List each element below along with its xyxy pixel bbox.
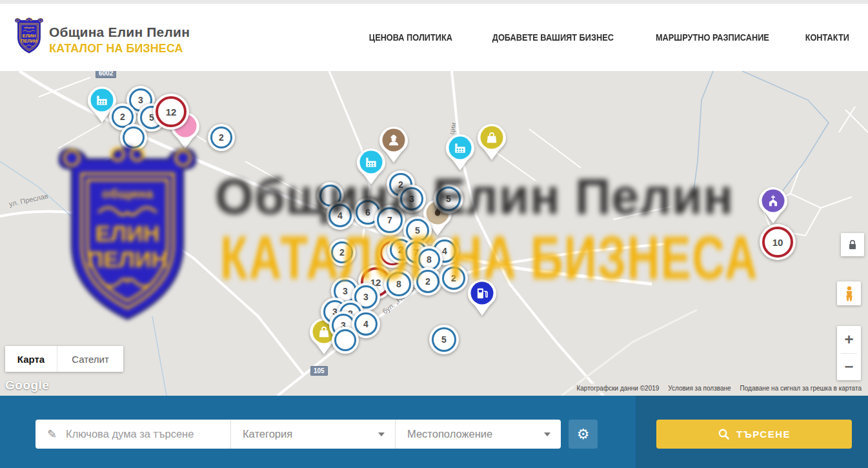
cluster-marker[interactable]: 8 [384, 269, 414, 299]
cluster-count: 2 [339, 247, 345, 258]
cluster-marker[interactable]: 5 [434, 184, 463, 214]
cluster-count: 4 [442, 246, 447, 256]
cluster-marker[interactable]: 2 [328, 239, 356, 266]
cluster-marker[interactable]: 10 [760, 224, 796, 260]
cluster-count: 5 [446, 194, 451, 204]
chevron-down-icon [378, 432, 385, 436]
cluster-count: 3 [409, 194, 414, 204]
keyword-input[interactable] [65, 427, 230, 441]
search-input-group: ✎ Категория Местоположение [35, 420, 561, 449]
location-value: Местоположение [407, 428, 492, 440]
cluster-count: 2 [219, 132, 224, 143]
cluster-marker[interactable]: 2 [414, 267, 442, 296]
main-nav: ЦЕНОВА ПОЛИТИКАДОБАВЕТЕ ВАШИЯТ БИЗНЕСМАР… [363, 4, 853, 71]
worker-icon [387, 133, 401, 147]
nav-item[interactable]: МАРШРУТНО РАЗПИСАНИЕ [656, 32, 769, 43]
nav-item[interactable]: ДОБАВЕТЕ ВАШИЯТ БИЗНЕС [492, 32, 614, 43]
lock-icon [846, 238, 859, 251]
municipality-crest-logo[interactable]: община ЕЛИН ПЕЛИН [14, 17, 44, 54]
factory-icon [95, 93, 109, 107]
church-icon [766, 194, 780, 208]
chevron-down-icon [544, 432, 550, 436]
search-bar: ✎ Категория Местоположение ⚙ ТЪРСЕНЕ [0, 396, 868, 468]
nav-item[interactable]: ЦЕНОВА ПОЛИТИКА [369, 32, 452, 43]
header: община ЕЛИН ПЕЛИН Община Елин Пелин КАТА… [0, 4, 868, 72]
pegman-icon [842, 285, 856, 302]
nav-item[interactable]: КОНТАКТИ [805, 32, 849, 43]
cluster-count: 2 [425, 276, 430, 287]
cluster-marker[interactable]: 12 [153, 94, 189, 130]
pegman-button[interactable] [837, 281, 861, 305]
cluster-count: 3 [138, 95, 143, 105]
cluster-ring [123, 127, 145, 148]
cluster-count: 10 [772, 237, 783, 248]
pin-factory-marker[interactable] [445, 134, 475, 171]
search-button-label: ТЪРСЕНЕ [736, 429, 791, 440]
zoom-control: + − [837, 326, 861, 380]
map-container[interactable]: 6002105ул. Преславбул. „Новоселции 32512… [0, 71, 868, 396]
factory-icon [364, 155, 378, 169]
category-value: Категория [243, 428, 292, 440]
cluster-count: 5 [415, 225, 420, 236]
cluster-count: 2 [451, 273, 456, 283]
search-button[interactable]: ТЪРСЕНЕ [656, 420, 852, 449]
satellite-view-button[interactable]: Сателит [57, 346, 123, 372]
lock-button[interactable] [841, 233, 864, 256]
cluster-marker[interactable]: 5 [429, 325, 459, 354]
map-attribution: Картографски данни ©2019 Условия за полз… [574, 383, 864, 393]
site-title: Община Елин Пелин [49, 25, 190, 40]
crest-word-obshtina: община [24, 26, 35, 29]
cluster-marker[interactable]: 2 [208, 124, 235, 151]
cluster-count: 5 [441, 334, 447, 345]
location-select[interactable]: Местоположение [395, 420, 561, 449]
fuel-icon [475, 286, 489, 300]
cluster-count: 2 [120, 112, 125, 122]
markers-layer: 32512223564752274812822333834510 [0, 71, 868, 396]
search-icon [718, 428, 730, 440]
map-type-control: Карта Сателит [5, 346, 123, 372]
cluster-marker[interactable]: 3 [398, 185, 426, 213]
page: община ЕЛИН ПЕЛИН Община Елин Пелин КАТА… [0, 0, 868, 468]
pin-factory-marker[interactable] [356, 148, 386, 185]
cluster-count: 8 [396, 279, 401, 289]
category-select[interactable]: Категория [230, 420, 395, 449]
cluster-ring [334, 329, 356, 351]
pin-fuel-marker[interactable] [467, 279, 497, 316]
cluster-count: 3 [343, 286, 348, 296]
report-error-link[interactable]: Подаване на сигнал за грешка в картата [740, 385, 862, 392]
zoom-out-button[interactable]: − [837, 354, 861, 381]
terms-link[interactable]: Условия за ползване [668, 385, 731, 392]
cluster-marker[interactable] [120, 124, 147, 151]
bag-icon [485, 130, 499, 145]
google-logo[interactable]: Google [5, 378, 49, 392]
map-view-button[interactable]: Карта [5, 346, 57, 372]
advanced-settings-button[interactable]: ⚙ [569, 420, 598, 449]
crest-word-elin: ЕЛИН [23, 33, 35, 39]
cluster-count: 8 [427, 254, 432, 265]
cluster-marker[interactable]: 2 [439, 264, 468, 292]
zoom-in-button[interactable]: + [837, 326, 861, 353]
cluster-marker[interactable] [332, 327, 359, 354]
keyword-section: ✎ [35, 420, 230, 449]
site-subtitle: КАТАЛОГ НА БИЗНЕСА [49, 41, 183, 56]
cluster-count: 6 [365, 207, 370, 218]
pin-bag-marker[interactable] [477, 123, 507, 161]
cluster-marker[interactable]: 7 [374, 205, 405, 236]
cluster-count: 3 [363, 292, 368, 302]
cluster-count: 12 [166, 107, 177, 117]
cluster-count: 4 [338, 210, 343, 221]
cluster-count: 7 [387, 215, 392, 225]
cluster-marker[interactable]: 4 [326, 201, 354, 230]
crest-word-pelin: ПЕЛИН [21, 38, 37, 44]
gear-icon: ⚙ [577, 426, 590, 442]
factory-icon [453, 141, 467, 155]
attribution-copyright: Картографски данни ©2019 [576, 385, 659, 392]
pin-church-marker[interactable] [758, 187, 788, 224]
pencil-icon: ✎ [47, 427, 57, 442]
cluster-count: 4 [363, 319, 368, 329]
